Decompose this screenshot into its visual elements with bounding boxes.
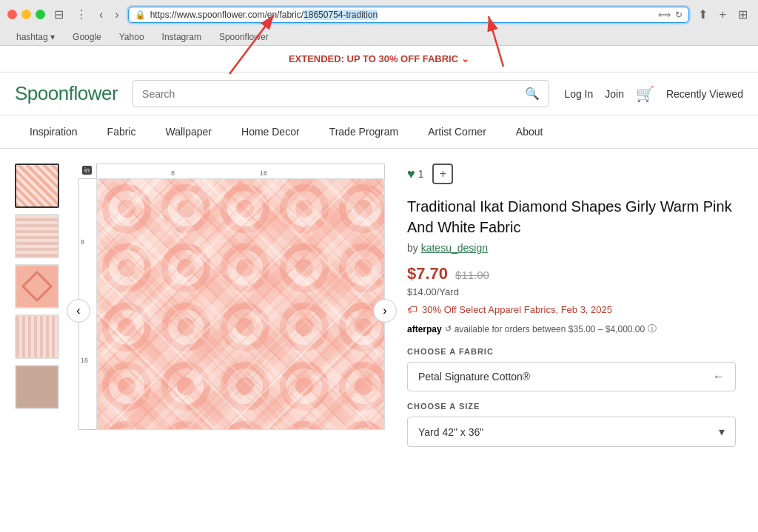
bookmark-yahoo[interactable]: Yahoo xyxy=(110,29,153,45)
login-link[interactable]: Log In xyxy=(564,88,593,100)
price-current: $7.70 xyxy=(407,264,448,283)
recently-viewed-link[interactable]: Recently Viewed xyxy=(666,88,743,100)
nav-home-decor[interactable]: Home Decor xyxy=(227,115,315,148)
nav-fabric[interactable]: Fabric xyxy=(93,115,151,148)
promo-badge-text: 30% Off Select Apparel Fabrics, Feb 3, 2… xyxy=(422,304,612,315)
choose-fabric-label: CHOOSE A FABRIC xyxy=(407,347,736,356)
thumbnail-4[interactable] xyxy=(15,314,59,359)
cart-icon[interactable]: 🛒 xyxy=(636,85,654,103)
nav-wallpaper[interactable]: Wallpaper xyxy=(151,115,227,148)
bookmark-spoonflower[interactable]: Spoonflower xyxy=(210,29,278,45)
product-info: ♥ 1 + Traditional Ikat Diamond Shapes Gi… xyxy=(400,164,743,457)
thumbnail-1[interactable] xyxy=(15,164,59,208)
thumbnail-list xyxy=(15,164,64,457)
promo-caret: ⌄ xyxy=(461,53,469,64)
page-content: ‹ in 8 16 8 16 xyxy=(0,149,758,472)
size-select[interactable]: Yard 42" x 36" ▾ xyxy=(407,417,736,447)
forward-button[interactable]: › xyxy=(112,7,121,23)
share-button[interactable]: ⬆ xyxy=(695,6,711,23)
afterpay-text: available for orders between $35.00 – $4… xyxy=(455,324,645,334)
size-select-arrow: ▾ xyxy=(719,425,725,439)
image-prev-button[interactable]: ‹ xyxy=(67,299,90,323)
url-bar[interactable]: 🔒 https://www.spoonflower.com/en/fabric/… xyxy=(128,7,689,23)
join-link[interactable]: Join xyxy=(605,88,624,100)
new-tab-button[interactable]: + xyxy=(717,7,729,23)
url-highlight: 18650754-tradition xyxy=(303,10,378,20)
search-bar[interactable]: 🔍 xyxy=(133,80,549,107)
promo-text: EXTENDED: UP TO 30% OFF FABRIC xyxy=(289,53,458,64)
bookmark-hashtag[interactable]: hashtag ▾ xyxy=(7,29,64,45)
url-text: https://www.spoonflower.com/en/fabric/18… xyxy=(150,10,654,20)
add-collection-button[interactable]: + xyxy=(432,164,453,184)
logo[interactable]: Spoonflower xyxy=(15,82,118,105)
price-original: $11.00 xyxy=(455,269,489,281)
reload-icon[interactable]: ↻ xyxy=(675,10,682,20)
like-count: 1 xyxy=(418,168,424,180)
main-image-area: ‹ in 8 16 8 16 xyxy=(78,164,385,457)
site-header: Spoonflower 🔍 Log In Join 🛒 Recently Vie… xyxy=(0,73,758,115)
thumbnail-2[interactable] xyxy=(15,214,59,258)
ruler-top-badge: in xyxy=(82,166,92,175)
product-title: Traditional Ikat Diamond Shapes Girly Wa… xyxy=(407,196,736,238)
fabric-select[interactable]: Petal Signature Cotton® ← xyxy=(407,362,736,391)
nav-artist-corner[interactable]: Artist Corner xyxy=(413,115,501,148)
ruler-side-8: 8 xyxy=(81,238,84,246)
choose-size-label: CHOOSE A SIZE xyxy=(407,402,736,411)
sidebar-toggle[interactable]: ⊟ xyxy=(51,6,67,23)
thumbnail-5[interactable] xyxy=(15,365,59,409)
fabric-selected-value: Petal Signature Cotton® xyxy=(418,371,530,383)
afterpay-section: afterpay ↺ available for orders between … xyxy=(407,323,736,335)
like-section: ♥ 1 + xyxy=(407,164,736,184)
header-actions: Log In Join 🛒 Recently Viewed xyxy=(564,85,743,103)
tab-overview-button[interactable]: ⊞ xyxy=(735,6,751,23)
price-section: $7.70 $11.00 xyxy=(407,264,736,283)
back-button[interactable]: ‹ xyxy=(96,7,106,23)
heart-icon: ♥ xyxy=(407,166,415,182)
afterpay-info-icon[interactable]: ⓘ xyxy=(648,323,657,335)
add-collection-icon: + xyxy=(440,167,446,181)
security-icon: 🔒 xyxy=(135,10,146,20)
designer-link[interactable]: katesu_design xyxy=(421,242,488,254)
size-selected-value: Yard 42" x 36" xyxy=(418,426,483,438)
nav-trade-program[interactable]: Trade Program xyxy=(315,115,414,148)
ruler-side-16: 16 xyxy=(81,357,88,364)
product-by: by katesu_design xyxy=(407,242,736,254)
thumbnail-3[interactable] xyxy=(15,264,59,309)
tag-icon: 🏷 xyxy=(407,303,417,315)
main-nav: Inspiration Fabric Wallpaper Home Decor … xyxy=(0,115,758,149)
fabric-select-arrow: ← xyxy=(713,370,725,383)
ruler-container: in 8 16 8 16 xyxy=(78,164,385,430)
fullscreen-button[interactable] xyxy=(36,10,45,19)
bookmark-google[interactable]: Google xyxy=(64,29,110,45)
price-per-yard: $14.00/Yard xyxy=(407,286,736,297)
like-button[interactable]: ♥ 1 xyxy=(407,166,423,182)
image-next-button[interactable]: › xyxy=(373,299,397,323)
minimize-button[interactable] xyxy=(21,10,31,19)
translate-icon: ⟺ xyxy=(658,10,671,20)
search-icon[interactable]: 🔍 xyxy=(525,87,540,101)
nav-about[interactable]: About xyxy=(501,115,558,148)
search-input[interactable] xyxy=(142,88,519,100)
fabric-image xyxy=(96,178,385,430)
ruler-mark-8: 8 xyxy=(171,169,175,177)
bookmark-instagram[interactable]: Instagram xyxy=(153,29,210,45)
promo-badge: 🏷 30% Off Select Apparel Fabrics, Feb 3,… xyxy=(407,303,736,315)
ruler-mark-16: 16 xyxy=(260,169,267,177)
promo-bar[interactable]: EXTENDED: UP TO 30% OFF FABRIC⌄ xyxy=(0,46,758,73)
close-button[interactable] xyxy=(7,10,17,19)
afterpay-symbol: ↺ xyxy=(445,324,452,334)
tab-group[interactable]: ⋮ xyxy=(73,6,90,23)
afterpay-logo: afterpay xyxy=(407,324,442,334)
nav-inspiration[interactable]: Inspiration xyxy=(15,115,93,148)
